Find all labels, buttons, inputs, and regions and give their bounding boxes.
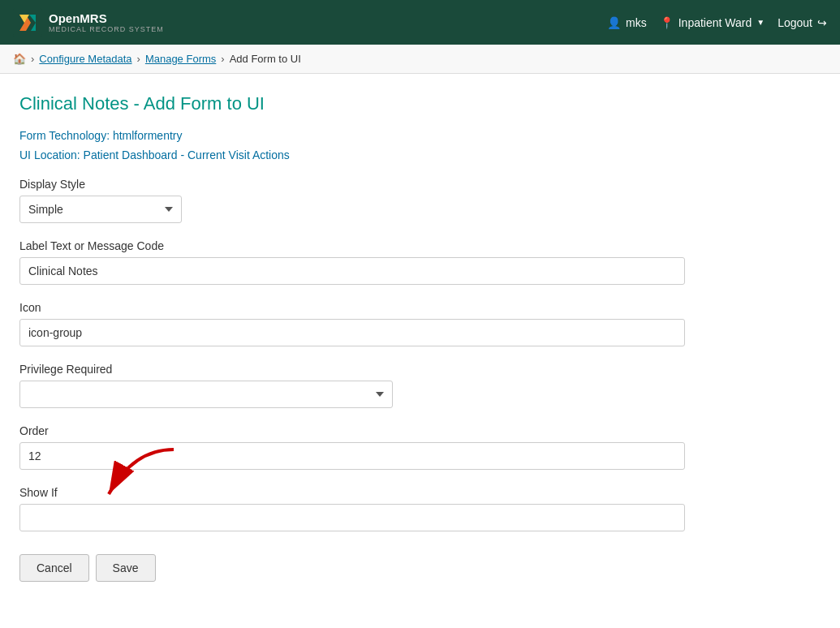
form-technology: Form Technology: htmlformentry [19,129,711,142]
save-button[interactable]: Save [96,554,156,582]
logout-button[interactable]: Logout ↪ [778,16,827,29]
logout-icon: ↪ [817,16,827,29]
breadcrumb-configure-metadata[interactable]: Configure Metadata [39,53,131,65]
user-menu[interactable]: 👤 mks [607,16,647,29]
navbar-right: 👤 mks 📍 Inpatient Ward ▼ Logout ↪ [607,16,827,29]
location-icon: 📍 [660,16,674,29]
home-icon[interactable]: 🏠 [13,53,26,65]
order-section: Order [19,424,711,470]
main-content: Clinical Notes - Add Form to UI Form Tec… [0,74,730,601]
chevron-down-icon: ▼ [756,18,765,27]
label-text-input[interactable] [19,257,685,285]
breadcrumb-current: Add Form to UI [230,53,301,65]
privilege-label: Privilege Required [19,363,711,376]
openmrs-logo-icon [13,8,42,37]
user-icon: 👤 [607,16,621,29]
navbar-brand: OpenMRS MEDICAL RECORD SYSTEM [13,8,164,37]
show-if-label: Show If [19,486,711,499]
icon-input[interactable] [19,319,685,346]
order-input[interactable] [19,442,685,470]
show-if-input[interactable] [19,504,685,531]
icon-label: Icon [19,301,711,314]
ui-location: UI Location: Patient Dashboard - Current… [19,148,711,161]
label-text-section: Label Text or Message Code [19,239,711,285]
location-menu[interactable]: 📍 Inpatient Ward ▼ [660,16,765,29]
icon-section: Icon [19,301,711,346]
cancel-button[interactable]: Cancel [19,554,89,582]
privilege-select[interactable] [19,381,393,408]
show-if-section: Show If [19,486,711,531]
brand-text: OpenMRS MEDICAL RECORD SYSTEM [49,11,164,33]
page-title: Clinical Notes - Add Form to UI [19,93,711,114]
navbar: OpenMRS MEDICAL RECORD SYSTEM 👤 mks 📍 In… [0,0,840,45]
label-text-label: Label Text or Message Code [19,239,711,252]
display-style-select[interactable]: Simple Fancy Link [19,196,182,223]
breadcrumb: 🏠 › Configure Metadata › Manage Forms › … [0,45,840,74]
display-style-section: Display Style Simple Fancy Link [19,178,711,223]
display-style-label: Display Style [19,178,711,191]
privilege-section: Privilege Required [19,363,711,408]
order-label: Order [19,424,711,437]
form-buttons: Cancel Save [19,554,711,582]
breadcrumb-manage-forms[interactable]: Manage Forms [145,53,216,65]
